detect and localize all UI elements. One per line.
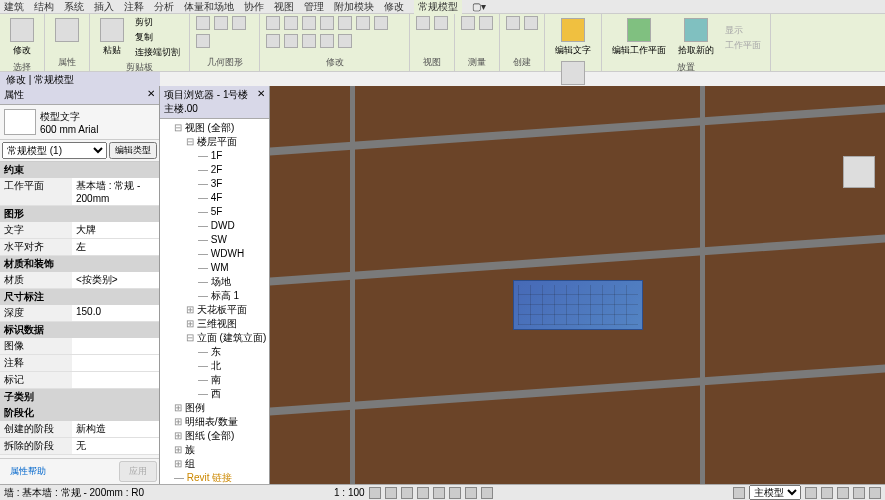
tree-level[interactable]: 1F: [198, 149, 267, 163]
scale-label[interactable]: 1 : 100: [334, 487, 365, 498]
apply-button[interactable]: 应用: [119, 461, 157, 482]
edit-type-button[interactable]: 编辑类型: [109, 142, 157, 159]
select-links-icon[interactable]: [805, 487, 817, 499]
val-halign[interactable]: 左: [72, 239, 159, 255]
property-grid[interactable]: 约束 工作平面基本墙 : 常规 - 200mm 图形 文字大牌 水平对齐左 材质…: [0, 162, 159, 458]
tree-level[interactable]: SW: [198, 233, 267, 247]
move-icon[interactable]: [320, 16, 334, 30]
val-workplane[interactable]: 基本墙 : 常规 - 200mm: [72, 178, 159, 205]
wp-text[interactable]: 工作平面: [722, 39, 764, 52]
view-cube[interactable]: [843, 156, 875, 188]
isolate-icon[interactable]: [434, 16, 448, 30]
tree-level[interactable]: DWD: [198, 219, 267, 233]
tree-level[interactable]: 2F: [198, 163, 267, 177]
select-pinned-icon[interactable]: [821, 487, 833, 499]
selected-model-text[interactable]: [513, 280, 643, 330]
menu-context[interactable]: 常规模型: [414, 0, 462, 14]
close-icon[interactable]: ✕: [257, 88, 265, 116]
properties-button[interactable]: [51, 16, 83, 44]
rotate-icon[interactable]: [338, 16, 352, 30]
val-demo[interactable]: 无: [72, 438, 159, 454]
tree-level[interactable]: 5F: [198, 205, 267, 219]
create-similar-icon[interactable]: [506, 16, 520, 30]
model-combo[interactable]: 主模型: [749, 485, 801, 500]
val-comment[interactable]: [72, 355, 159, 371]
dimension-icon[interactable]: [479, 16, 493, 30]
tree-level[interactable]: 4F: [198, 191, 267, 205]
menu-view[interactable]: 视图: [274, 0, 294, 14]
tree-level[interactable]: 场地: [198, 275, 267, 289]
menu-struct[interactable]: 结构: [34, 0, 54, 14]
tree-links[interactable]: Revit 链接: [174, 471, 267, 484]
menu-analyze[interactable]: 分析: [154, 0, 174, 14]
shadows-icon[interactable]: [417, 487, 429, 499]
copy-button[interactable]: 复制: [132, 31, 183, 44]
mirror-icon[interactable]: [302, 16, 316, 30]
worksets-icon[interactable]: [733, 487, 745, 499]
cope-icon[interactable]: [232, 16, 246, 30]
pin-icon[interactable]: [284, 34, 298, 48]
scale-icon[interactable]: [266, 34, 280, 48]
tree-legends[interactable]: 图例: [174, 401, 267, 415]
select-face-icon[interactable]: [837, 487, 849, 499]
menu-extra-icon[interactable]: ▢▾: [472, 1, 486, 12]
hide-icon[interactable]: [416, 16, 430, 30]
tree-elev-dir[interactable]: 东: [198, 345, 267, 359]
val-mark[interactable]: [72, 372, 159, 388]
edit-text-button[interactable]: 编辑文字: [551, 16, 595, 59]
paste-button[interactable]: 粘贴: [96, 16, 128, 59]
tree-elev-dir[interactable]: 南: [198, 373, 267, 387]
join-icon[interactable]: [196, 16, 210, 30]
menu-sys[interactable]: 系统: [64, 0, 84, 14]
extend-icon[interactable]: [320, 34, 334, 48]
visual-style-icon[interactable]: [385, 487, 397, 499]
cut-button[interactable]: 剪切: [132, 16, 183, 29]
tree-views-root[interactable]: 视图 (全部): [174, 121, 267, 135]
align-icon[interactable]: [266, 16, 280, 30]
menu-annot[interactable]: 注释: [124, 0, 144, 14]
tree-level[interactable]: WM: [198, 261, 267, 275]
edit-wp-button[interactable]: 编辑工作平面: [608, 16, 670, 59]
render-icon[interactable]: [433, 487, 445, 499]
val-image[interactable]: [72, 338, 159, 354]
prop-help-button[interactable]: 属性帮助: [2, 461, 54, 482]
pick-new-button[interactable]: 拾取新的: [674, 16, 718, 59]
tree-groups[interactable]: 组: [174, 457, 267, 471]
tree-ceiling[interactable]: 天花板平面: [186, 303, 267, 317]
tree-elev-dir[interactable]: 北: [198, 359, 267, 373]
3d-viewport[interactable]: [270, 86, 885, 484]
close-icon[interactable]: ✕: [147, 88, 155, 102]
sun-path-icon[interactable]: [401, 487, 413, 499]
drag-icon[interactable]: [853, 487, 865, 499]
menu-manage[interactable]: 管理: [304, 0, 324, 14]
cut-geom-icon[interactable]: [214, 16, 228, 30]
tree-sheets[interactable]: 图纸 (全部): [174, 429, 267, 443]
tree-schedules[interactable]: 明细表/数量: [174, 415, 267, 429]
menu-insert[interactable]: 插入: [94, 0, 114, 14]
menu-massing[interactable]: 体量和场地: [184, 0, 234, 14]
modify-button[interactable]: 修改: [6, 16, 38, 59]
type-thumbnail[interactable]: [4, 109, 36, 135]
val-depth[interactable]: 150.0: [72, 305, 159, 321]
instance-selector[interactable]: 常规模型 (1): [2, 142, 107, 159]
split-icon[interactable]: [196, 34, 210, 48]
tree-level[interactable]: WDWH: [198, 247, 267, 261]
menu-modify[interactable]: 修改: [384, 0, 404, 14]
match-button[interactable]: 连接端切割: [132, 46, 183, 59]
val-text[interactable]: 大牌: [72, 222, 159, 238]
tree-level[interactable]: 标高 1: [198, 289, 267, 303]
menu-addins[interactable]: 附加模块: [334, 0, 374, 14]
val-created[interactable]: 新构造: [72, 421, 159, 437]
delete-icon[interactable]: [302, 34, 316, 48]
trim-icon[interactable]: [356, 16, 370, 30]
menu-arch[interactable]: 建筑: [4, 0, 24, 14]
val-material[interactable]: <按类别>: [72, 272, 159, 288]
detail-level-icon[interactable]: [369, 487, 381, 499]
group-icon[interactable]: [524, 16, 538, 30]
filter-icon[interactable]: [869, 487, 881, 499]
tree-floorplans[interactable]: 楼层平面: [186, 135, 267, 149]
hide-isolate-icon[interactable]: [465, 487, 477, 499]
split-face-icon[interactable]: [338, 34, 352, 48]
offset-icon[interactable]: [284, 16, 298, 30]
array-icon[interactable]: [374, 16, 388, 30]
